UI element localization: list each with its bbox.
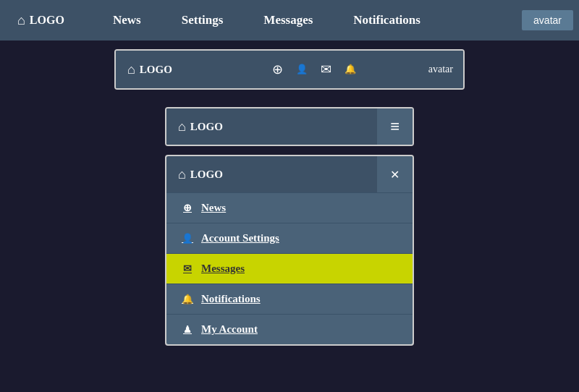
logo-area-2[interactable]: LOGO xyxy=(116,62,210,77)
bell-icon[interactable] xyxy=(345,64,356,75)
logo-text-4: LOGO xyxy=(190,169,223,181)
mobile-top-bar: LOGO xyxy=(166,156,413,192)
logo-text-1: LOGO xyxy=(30,14,64,27)
messages-mail-icon xyxy=(181,263,194,275)
icon-links xyxy=(210,61,418,77)
navbar-hamburger-box: LOGO xyxy=(165,107,414,146)
mobile-nav-account-settings-label: Account Settings xyxy=(201,232,279,244)
account-settings-person-icon xyxy=(181,233,194,244)
navbar-hamburger-section: LOGO xyxy=(0,98,579,155)
mobile-nav-news-label: News xyxy=(201,202,226,214)
mail-icon[interactable] xyxy=(321,61,331,77)
home-icon-2 xyxy=(127,62,135,77)
mobile-nav-account-settings[interactable]: Account Settings xyxy=(166,223,413,253)
navbar-full: LOGO News Settings Messages Notification… xyxy=(0,0,579,41)
hamburger-button[interactable] xyxy=(377,108,413,145)
mobile-nav-notifications[interactable]: Notifications xyxy=(166,284,413,314)
mobile-nav-notifications-label: Notifications xyxy=(201,293,261,305)
logo-area-4[interactable]: LOGO xyxy=(166,167,377,182)
navbar-icons: LOGO avatar xyxy=(116,51,463,88)
nav-links-1: News Settings Messages Notifications xyxy=(93,0,522,41)
mobile-nav-messages-label: Messages xyxy=(201,263,245,275)
navbar-icons-section: LOGO avatar xyxy=(0,41,579,98)
globe-icon[interactable] xyxy=(272,61,283,77)
navbar-mobile: LOGO News Account Settings Messages N xyxy=(166,156,413,344)
nav-link-messages[interactable]: Messages xyxy=(243,0,333,41)
mobile-nav-messages[interactable]: Messages xyxy=(166,253,413,284)
navbar-mobile-section: LOGO News Account Settings Messages N xyxy=(0,155,579,351)
navbar-icons-box: LOGO avatar xyxy=(114,49,465,90)
avatar-text-2: avatar xyxy=(418,64,463,75)
navbar-mobile-box: LOGO News Account Settings Messages N xyxy=(165,155,414,346)
news-globe-icon xyxy=(181,202,194,214)
hamburger-icon xyxy=(390,117,400,136)
home-icon-1 xyxy=(17,13,25,28)
home-icon-3 xyxy=(178,119,186,135)
navbar-hamburger: LOGO xyxy=(166,108,413,145)
logo-text-2: LOGO xyxy=(140,64,172,76)
person-icon[interactable] xyxy=(296,64,308,75)
nav-link-settings[interactable]: Settings xyxy=(161,0,244,41)
close-button[interactable] xyxy=(377,156,413,192)
notifications-bell-icon xyxy=(181,294,194,305)
logo-area-3[interactable]: LOGO xyxy=(166,119,377,135)
mobile-nav-my-account[interactable]: My Account xyxy=(166,314,413,344)
mobile-nav-news[interactable]: News xyxy=(166,192,413,223)
mobile-nav-my-account-label: My Account xyxy=(201,323,258,336)
my-account-user-icon xyxy=(181,324,194,336)
logo-area-1[interactable]: LOGO xyxy=(6,13,93,28)
nav-link-news[interactable]: News xyxy=(93,0,161,41)
close-icon xyxy=(390,168,400,182)
avatar-button-1[interactable]: avatar xyxy=(522,10,573,30)
logo-text-3: LOGO xyxy=(190,121,223,133)
nav-link-notifications[interactable]: Notifications xyxy=(333,0,441,41)
home-icon-4 xyxy=(178,167,186,182)
